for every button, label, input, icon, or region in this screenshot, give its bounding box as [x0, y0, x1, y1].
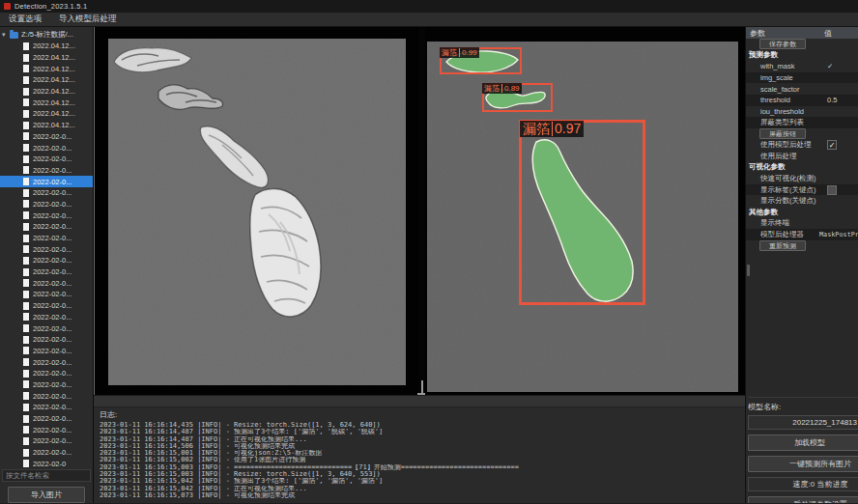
param-row[interactable]: 使用后处理: [746, 151, 858, 162]
tree-item[interactable]: 2022-02-0...: [0, 255, 93, 266]
menu-item[interactable]: 导入模型后处理: [50, 13, 126, 26]
tree-item[interactable]: 2022.04.12...: [0, 108, 93, 120]
param-row[interactable]: img_scale: [746, 72, 858, 84]
tree-item[interactable]: 2022-02-0...: [0, 322, 93, 334]
splitter-handle-icon[interactable]: [421, 380, 423, 395]
tree-item-label: 2022-02-0...: [33, 347, 72, 355]
import-images-button[interactable]: 导入图片: [8, 487, 85, 503]
param-row[interactable]: 显示分数(关键点): [746, 195, 858, 207]
log-splitter[interactable]: [94, 395, 745, 407]
model-name-label: 模型名称:: [748, 402, 858, 412]
param-value: 0.5: [827, 96, 837, 104]
param-row[interactable]: 其他参数: [746, 207, 858, 218]
tree-item[interactable]: 2022-02-0...: [0, 243, 93, 255]
tree-item[interactable]: 2022.04.12...: [0, 120, 93, 131]
tree-root-folder[interactable]: ▾ Z:/5-标注数据/...: [0, 29, 93, 41]
param-row[interactable]: 预测参数: [746, 50, 858, 62]
tree-item[interactable]: 2022-02-0...: [0, 300, 93, 312]
tree-item[interactable]: 2022-02-0...: [0, 356, 93, 368]
tree-item[interactable]: 2022.04.12...: [0, 52, 93, 64]
tree-item[interactable]: 2022-02-0...: [0, 277, 93, 289]
tree-item[interactable]: 2022.04.12...: [0, 97, 93, 108]
file-icon: [23, 132, 29, 140]
tree-item[interactable]: 2022-02-0...: [0, 233, 93, 244]
param-row[interactable]: 显示标签(关键点): [746, 184, 858, 196]
tree-item-label: 2022.04.12...: [33, 87, 75, 96]
param-row[interactable]: 模型后处理器 MaskPostPro: [746, 229, 858, 240]
source-image-viewer[interactable]: [95, 27, 419, 395]
tree-item[interactable]: 2022.04.12...: [0, 63, 93, 74]
tree-item-label: 2022-02-0...: [33, 132, 72, 141]
tree-item[interactable]: 2022-02-0...: [0, 176, 93, 187]
param-label: with_mask: [760, 62, 794, 70]
tree-item[interactable]: 2022.04.12...: [0, 74, 93, 86]
file-icon: [23, 200, 29, 208]
log-line: 2023-01-11 16:16:14,487 |INFO| - 预测出了3个结…: [100, 429, 739, 435]
tree-item[interactable]: 2022-02-0...: [0, 142, 93, 154]
tree-item[interactable]: 2022-02-0...: [0, 312, 93, 323]
tree-item[interactable]: 2022-02-0...: [0, 187, 93, 199]
file-icon: [23, 110, 29, 118]
tree-item[interactable]: 2022-02-0...: [0, 154, 93, 165]
param-row[interactable]: 可视化参数: [746, 162, 858, 174]
tree-item[interactable]: 2022-02-0...: [0, 266, 93, 278]
load-model-button[interactable]: 加载模型: [748, 434, 858, 451]
filename-search-input[interactable]: [2, 469, 91, 482]
param-rows: 保存参数 预测参数 with_mask ✓ img_scale: [746, 39, 858, 251]
detection-label: 漏箔0.99: [440, 47, 479, 58]
param-label: 屏蔽类型列表: [760, 118, 804, 127]
param-row[interactable]: 重新预测: [746, 240, 858, 252]
expand-arrow-icon[interactable]: ▾: [2, 31, 10, 39]
file-icon: [23, 189, 29, 197]
tree-item-label: 2022-02-0...: [33, 234, 72, 242]
param-row[interactable]: 使用模型后处理 ✓: [746, 139, 858, 151]
tree-item[interactable]: 2022.04.12...: [0, 86, 93, 98]
param-row[interactable]: threshold 0.5: [746, 95, 858, 106]
tree-item[interactable]: 2022-02-0...: [0, 131, 93, 143]
model-name-field[interactable]: 20221225_174813: [748, 415, 858, 430]
tree-item[interactable]: 2022-02-0...: [0, 289, 93, 300]
tree-item-label: 2022-02-0...: [33, 436, 72, 445]
tree-item[interactable]: 2022-02-0: [0, 458, 93, 467]
tree-item[interactable]: 2022-02-0...: [0, 334, 93, 346]
param-row[interactable]: 保存参数: [746, 39, 858, 50]
tree-item[interactable]: 2022-02-0...: [0, 210, 93, 221]
tree-item[interactable]: 2022-02-0...: [0, 413, 93, 425]
tree-item-label: 2022-02-0...: [33, 267, 72, 276]
prediction-image-viewer[interactable]: 漏箔0.99漏箔0.89漏箔0.97: [425, 27, 745, 395]
tree-item[interactable]: 2022-02-0...: [0, 368, 93, 379]
file-icon: [23, 380, 29, 388]
tree-item[interactable]: 2022-02-0...: [0, 221, 93, 233]
tree-item-label: 2022-02-0...: [33, 301, 72, 310]
log-line: 2023-01-11 16:16:15,003 |INFO| - Resize:…: [100, 471, 739, 478]
tree-item[interactable]: 2022.04.12...: [0, 41, 93, 52]
tree-item[interactable]: 2022-02-0...: [0, 424, 93, 435]
tree-item[interactable]: 2022-02-0...: [0, 390, 93, 402]
param-row[interactable]: 显示终端: [746, 218, 858, 230]
tree-item[interactable]: 2022-02-0...: [0, 165, 93, 177]
tree-item[interactable]: 2022-02-0...: [0, 447, 93, 459]
tree-item-label: 2022.04.12...: [33, 121, 75, 129]
param-row[interactable]: 快速可视化(检测): [746, 173, 858, 184]
predict-all-button[interactable]: 一键预测所有图片: [748, 456, 858, 472]
detection-label: 漏箔0.97: [520, 121, 584, 137]
params-scrollbar[interactable]: [747, 265, 750, 276]
param-row[interactable]: with_mask ✓: [746, 61, 858, 72]
app-logo-icon: [4, 3, 11, 10]
param-row[interactable]: iou_threshold: [746, 106, 858, 118]
tree-item-label: 2022-02-0...: [33, 403, 72, 411]
param-label: threshold: [760, 96, 790, 104]
param-row[interactable]: scale_factor: [746, 83, 858, 95]
param-row[interactable]: 屏蔽类型列表: [746, 117, 858, 128]
menu-item[interactable]: 设置选项: [0, 13, 50, 26]
tree-item[interactable]: 2022-02-0...: [0, 379, 93, 391]
file-icon: [23, 449, 29, 457]
param-row[interactable]: 屏蔽按钮: [746, 128, 858, 140]
tree-item[interactable]: 2022-02-0...: [0, 346, 93, 357]
file-icon: [23, 76, 29, 84]
tree-item[interactable]: 2022-02-0...: [0, 435, 93, 447]
postprocess-settings-button[interactable]: 后处理参数设置: [748, 496, 858, 503]
tree-item[interactable]: 2022-02-0...: [0, 402, 93, 413]
tree-item[interactable]: 2022-02-0...: [0, 199, 93, 210]
param-label: 快速可视化(检测): [760, 174, 816, 183]
